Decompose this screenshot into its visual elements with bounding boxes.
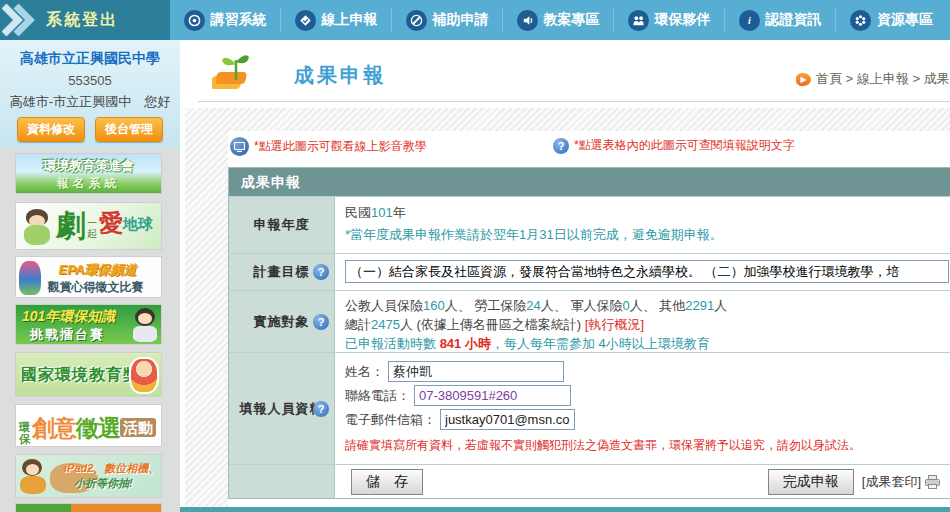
insurance-text: 人、 其他 bbox=[630, 298, 686, 313]
nav-item-subsidy[interactable]: 補助申請 bbox=[392, 7, 503, 33]
insurance-count: 2291 bbox=[685, 298, 714, 313]
table-row: 計畫目標 ? bbox=[229, 253, 950, 290]
banner-epa-channel-essay[interactable]: EPA環保頻道 觀賞心得徵文比賽 bbox=[15, 256, 162, 298]
breadcrumb: ▶ 首頁 > 線上申報 > 成果申報 bbox=[796, 70, 950, 88]
user-greeting: 高雄市-市立正興國中 您好 bbox=[0, 93, 180, 111]
nav-logout-section: 系統登出 bbox=[0, 0, 170, 40]
banner-text: 地球 bbox=[123, 215, 153, 232]
girl-character-icon bbox=[132, 308, 158, 342]
email-label: 電子郵件信箱： bbox=[345, 412, 436, 427]
row-label: 填報人員資料 bbox=[240, 400, 324, 418]
banner-text: 報名系統 bbox=[16, 175, 161, 192]
insurance-text: 人、 勞工保險 bbox=[445, 298, 527, 313]
printer-icon[interactable] bbox=[925, 475, 940, 489]
nav-item-lesson-plans[interactable]: 教案專區 bbox=[503, 7, 614, 33]
people-icon bbox=[628, 10, 649, 31]
banner-text: 小折等你抽! bbox=[74, 476, 133, 491]
row-label: 計畫目標 bbox=[254, 263, 310, 281]
year-suffix: 年 bbox=[393, 205, 406, 220]
phone-label: 聯絡電話： bbox=[345, 388, 410, 403]
insurance-count: 0 bbox=[622, 298, 629, 313]
sidebar: 高雄市立正興國民中學 553505 高雄市-市立正興國中 您好 資料修改 後台管… bbox=[0, 40, 180, 512]
total-note: 人 (依據上傳名冊區之檔案統計) bbox=[400, 317, 585, 332]
help-icon[interactable]: ? bbox=[553, 138, 569, 154]
banner-eco-knowledge-contest[interactable]: 101年環保知識 挑戰擂台賽 bbox=[15, 304, 162, 345]
nav-item-online-report[interactable]: 線上申報 bbox=[281, 7, 392, 33]
name-label: 姓名： bbox=[345, 364, 384, 379]
banner-partial-bottom[interactable] bbox=[15, 503, 162, 512]
email-field[interactable] bbox=[440, 409, 575, 430]
year-value: 101 bbox=[371, 205, 393, 220]
bottom-bar bbox=[180, 507, 950, 512]
target-icon bbox=[184, 10, 205, 31]
banner-text: 活動 bbox=[120, 418, 156, 437]
hint-row: *點選此圖示可觀看線上影音教學 ? *點選表格內的此圖示可查閱填報說明文字 bbox=[228, 131, 950, 167]
banner-text: 環境教育策進會 bbox=[16, 157, 161, 175]
table-row: 實施對象 ? 公教人員保險160人、 勞工保險24人、 軍人保險0人、 其他22… bbox=[229, 290, 950, 352]
target-label-cell: 實施對象 ? bbox=[229, 291, 335, 352]
banner-registration-system[interactable]: 環境教育策進會 報名系統 bbox=[15, 153, 162, 194]
nav-item-label: 講習系統 bbox=[211, 11, 267, 29]
banner-text: 一起 bbox=[87, 217, 99, 239]
main-content: 成果申報 ▶ 首頁 > 線上申報 > 成果申報 *點選此圖示可觀看線上影音教學 … bbox=[180, 40, 950, 512]
lady-character-icon bbox=[18, 459, 48, 495]
breadcrumb-text[interactable]: 首頁 > 線上申報 > 成果申報 bbox=[816, 70, 950, 88]
goal-input[interactable] bbox=[345, 260, 949, 283]
nav-item-label: 環保夥伴 bbox=[655, 11, 711, 29]
info-icon: i bbox=[739, 10, 760, 31]
phone-field[interactable] bbox=[414, 385, 571, 406]
logout-button[interactable]: 系統登出 bbox=[46, 10, 118, 31]
question-icon[interactable]: ? bbox=[313, 264, 329, 280]
nav-item-lectures[interactable]: 講習系統 bbox=[170, 7, 281, 33]
nav-item-label: 教案專區 bbox=[544, 11, 600, 29]
edit-profile-button[interactable]: 資料修改 bbox=[17, 117, 85, 142]
name-field[interactable] bbox=[388, 361, 564, 382]
goal-label-cell: 計畫目標 ? bbox=[229, 254, 335, 290]
deadline-note: *當年度成果申報作業請於翌年1月31日以前完成，避免逾期申報。 bbox=[345, 226, 940, 244]
kids-character-icon bbox=[19, 261, 41, 295]
nav-item-label: 線上申報 bbox=[322, 11, 378, 29]
banner-text: 觀賞心得徵文比賽 bbox=[30, 279, 161, 296]
diamond-icon bbox=[295, 10, 316, 31]
nav-item-certification[interactable]: i 認證資訊 bbox=[725, 7, 836, 33]
legal-warning-text: 請確實填寫所有資料，若虛報不實則觸犯刑法之偽造文書罪，環保署將予以追究，請勿以身… bbox=[345, 437, 940, 454]
banner-creative-selection[interactable]: 環保創意徵選活動 bbox=[15, 404, 162, 447]
execution-status-link[interactable]: [執行概況] bbox=[585, 317, 644, 332]
submit-report-button[interactable]: 完成申報 bbox=[768, 469, 854, 495]
boy-character-icon bbox=[20, 209, 54, 247]
year-label-cell: 申報年度 bbox=[229, 197, 335, 253]
banner-national-award[interactable]: 國家環境教育獎 bbox=[15, 352, 162, 397]
hours-requirement: ，每人每年需參加 4小時以上環境教育 bbox=[491, 336, 710, 351]
nav-item-resources[interactable]: 資源專區 bbox=[836, 7, 947, 33]
question-icon[interactable]: ? bbox=[313, 314, 329, 330]
video-tutorial-icon[interactable] bbox=[230, 137, 249, 156]
insurance-count: 160 bbox=[423, 298, 445, 313]
report-form-table: 成果申報 申報年度 民國101年 *當年度成果申報作業請於翌年1月31日以前完成… bbox=[228, 167, 950, 499]
insurance-text: 公教人員保險 bbox=[345, 298, 423, 313]
print-results-link[interactable]: [成果套印] bbox=[862, 473, 921, 491]
table-row-actions: 儲 存 完成申報 [成果套印] bbox=[229, 464, 950, 498]
admin-backend-button[interactable]: 後台管理 bbox=[95, 117, 163, 142]
hours-value: 841 小時 bbox=[440, 336, 491, 351]
question-icon[interactable]: ? bbox=[313, 401, 329, 417]
nav-item-label: 認證資訊 bbox=[766, 11, 822, 29]
total-text: 總計 bbox=[345, 317, 371, 332]
banner-ipad-lottery[interactable]: iPad2、數位相機、 小折等你抽! bbox=[15, 454, 162, 498]
pencil-icon bbox=[406, 10, 427, 31]
save-button[interactable]: 儲 存 bbox=[351, 469, 423, 495]
actions-cell: 儲 存 完成申報 [成果套印] bbox=[335, 465, 950, 498]
school-info-panel: 高雄市立正興國民中學 553505 高雄市-市立正興國中 您好 資料修改 後台管… bbox=[0, 40, 180, 148]
goal-value-cell bbox=[335, 254, 950, 290]
banner-text: 劇 bbox=[56, 207, 86, 245]
page-title: 成果申報 bbox=[294, 62, 386, 89]
banner-text: iPad2、數位相機、 bbox=[64, 461, 159, 476]
banner-love-earth[interactable]: 劇一起愛地球 bbox=[15, 202, 162, 250]
insurance-text: 人、 軍人保險 bbox=[541, 298, 623, 313]
video-hint-text: *點選此圖示可觀看線上影音教學 bbox=[254, 138, 427, 155]
year-value-cell: 民國101年 *當年度成果申報作業請於翌年1月31日以前完成，避免逾期申報。 bbox=[335, 197, 950, 253]
svg-text:i: i bbox=[748, 15, 751, 26]
hours-text: 已申報活動時數 bbox=[345, 336, 440, 351]
nav-item-eco-partners[interactable]: 環保夥伴 bbox=[614, 7, 725, 33]
help-hint-text: *點選表格內的此圖示可查閱填報說明文字 bbox=[574, 137, 795, 154]
top-navigation: 系統登出 講習系統 線上申報 補助申請 教案專區 環保夥伴 i 認證資訊 資源 bbox=[0, 0, 950, 40]
